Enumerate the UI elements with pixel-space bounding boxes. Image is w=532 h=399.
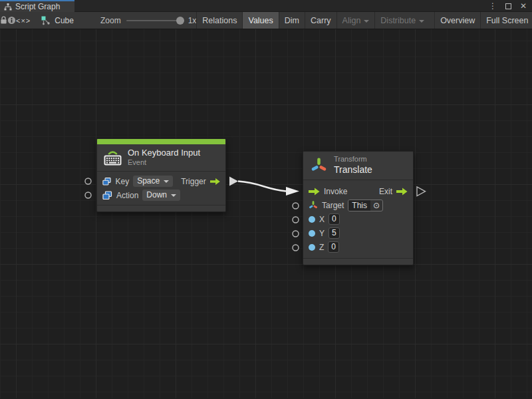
carry-button[interactable]: Carry [305,12,336,29]
code-icon: <×> [16,17,31,25]
target-input-port[interactable] [293,203,299,209]
zoom-value: 1x [188,16,197,25]
graph-target[interactable]: Cube [41,12,74,29]
dim-button[interactable]: Dim [279,12,305,29]
trigger-output-port[interactable] [229,177,238,186]
zoom-slider[interactable] [126,20,183,21]
zoom-control: Zoom 1x [100,12,196,29]
action-input-port[interactable] [85,192,91,198]
wire-trigger-to-invoke[interactable] [238,182,286,192]
info-button[interactable] [7,12,16,29]
window-controls: ⋮ ✕ [489,0,527,12]
window-titlebar: Script Graph ⋮ ✕ [0,0,532,12]
full-screen-button[interactable]: Full Screen [480,12,532,29]
graph-asset-icon [41,16,51,25]
target-name: Cube [55,16,74,25]
more-icon[interactable]: ⋮ [489,0,497,12]
y-input-port[interactable] [293,231,299,237]
info-icon [7,16,16,25]
close-icon[interactable]: ✕ [520,0,527,12]
wire-arrowhead [286,187,299,196]
zoom-label: Zoom [100,16,121,25]
lock-button[interactable] [0,12,7,29]
overview-button[interactable]: Overview [434,12,480,29]
align-button[interactable]: Align [336,12,375,29]
tab-script-graph[interactable]: Script Graph [0,0,74,12]
z-input-port[interactable] [293,245,299,251]
distribute-button[interactable]: Distribute [374,12,430,29]
graph-toolbar: <×> Cube Zoom 1x Relations Values Dim Ca… [0,12,532,29]
graph-canvas[interactable]: On Keyboard Input Event Key Space Trigge… [0,29,532,398]
exit-output-port[interactable] [417,187,426,196]
tab-label: Script Graph [15,2,60,11]
connections-overlay [0,29,532,398]
code-view-button[interactable]: <×> [16,12,31,29]
key-input-port[interactable] [85,178,91,184]
zoom-slider-knob[interactable] [176,17,184,25]
toolbar-buttons: Relations Values Dim Carry Align Distrib… [196,12,532,29]
chevron-down-icon [419,20,424,23]
lock-icon [0,16,7,25]
maximize-icon[interactable] [505,3,511,9]
chevron-down-icon [364,20,369,23]
x-input-port[interactable] [293,217,299,223]
script-graph-icon [4,3,12,11]
values-button[interactable]: Values [242,12,278,29]
relations-button[interactable]: Relations [196,12,242,29]
